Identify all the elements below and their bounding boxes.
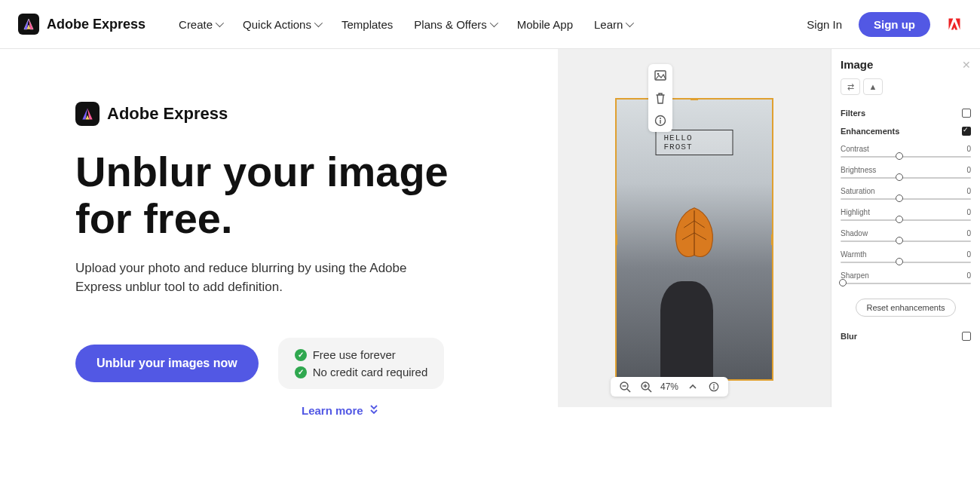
nav-label: Mobile App [517,18,573,31]
slider-value: 0 [966,145,971,153]
chevron-up-icon[interactable] [686,380,700,394]
leaf-icon [668,204,721,264]
learn-more-link[interactable]: Learn more [302,404,498,417]
photo-arm-shape [660,281,713,379]
slider-label: Sharpen [841,271,869,280]
hero-title: Unblur your image for free. [75,149,498,241]
benefit-text: Free use forever [313,348,396,361]
hero-subtitle: Upload your photo and reduce blurring by… [75,259,452,296]
nav-label: Plans & Offers [414,18,486,31]
slider-track[interactable] [841,283,971,284]
chevron-down-icon [216,19,224,27]
section-enhancements[interactable]: Enhancements [841,127,971,136]
panel-mini-tools: ⇄ ▲ [841,78,971,95]
svg-rect-15 [713,386,714,389]
nav-label: Quick Actions [243,18,311,31]
hero-title-line1: Unblur your image [75,148,449,195]
top-nav: Adobe Express Create Quick Actions Templ… [0,0,980,49]
slider-track[interactable] [841,240,971,242]
slider-value: 0 [966,229,971,237]
nav-mobile-app[interactable]: Mobile App [517,18,573,31]
zoom-out-icon[interactable] [618,380,632,394]
reset-enhancements-button[interactable]: Reset enhancements [856,299,957,317]
slider-thumb[interactable] [896,237,903,244]
zoom-toolbar: 47% [611,377,728,397]
slider-thumb[interactable] [896,216,903,223]
editor-preview: HELLO FROST [558,49,980,407]
slider-track[interactable] [841,156,971,158]
hero-brand-name: Adobe Express [107,104,228,124]
section-filters[interactable]: Filters [841,109,971,118]
check-icon: ✓ [295,366,307,378]
hero-brand: Adobe Express [75,102,498,126]
sign-up-button[interactable]: Sign up [859,12,930,37]
slider-label: Brightness [841,166,876,174]
slider-value: 0 [966,208,971,216]
close-icon[interactable]: ✕ [962,59,971,71]
brand-name: Adobe Express [47,17,145,32]
brand-logo[interactable]: Adobe Express [18,14,145,35]
section-label: Enhancements [841,127,899,136]
nav-plans[interactable]: Plans & Offers [414,18,495,31]
nav-learn[interactable]: Learn [594,18,632,31]
section-blur[interactable]: Blur [841,332,971,341]
slider-thumb[interactable] [839,279,847,286]
slider-thumb[interactable] [896,195,903,202]
slider-highlight: Highlight0 [841,208,971,221]
slider-shadow: Shadow0 [841,229,971,242]
slider-thumb[interactable] [896,152,903,160]
info-icon[interactable] [654,114,667,127]
slider-label: Shadow [841,229,868,237]
svg-point-2 [657,73,660,75]
slider-thumb[interactable] [896,173,903,181]
nav-label: Learn [594,18,623,31]
slider-value: 0 [966,250,971,259]
selection-handle-left[interactable] [615,234,617,245]
slider-track[interactable] [841,219,971,221]
canvas-area[interactable]: HELLO FROST [558,49,831,407]
delete-icon[interactable] [654,91,667,105]
info-icon[interactable] [707,380,721,394]
nav-label: Templates [341,18,393,31]
slider-track[interactable] [841,262,971,263]
slider-brightness: Brightness0 [841,166,971,179]
selection-handle-right[interactable] [771,234,773,245]
svg-point-14 [713,384,715,386]
selected-photo[interactable]: HELLO FROST [615,98,773,381]
logo-icon [75,102,100,126]
rotate-icon[interactable]: ▲ [863,78,883,95]
slider-track[interactable] [841,177,971,179]
sliders-container: Contrast0Brightness0Saturation0Highlight… [841,145,971,293]
slider-thumb[interactable] [896,258,903,265]
image-layer-icon[interactable] [654,69,667,82]
nav-templates[interactable]: Templates [341,18,393,31]
slider-sharpen: Sharpen0 [841,271,971,284]
selection-handle-top[interactable] [691,98,698,100]
unblur-cta-button[interactable]: Unblur your images now [75,345,259,382]
svg-point-4 [660,118,661,119]
panel-header: Image ✕ [841,58,971,71]
hero-section: Adobe Express Unblur your image for free… [0,49,980,417]
nav-items: Create Quick Actions Templates Plans & O… [179,18,632,31]
double-chevron-down-icon [369,404,378,417]
slider-warmth: Warmth0 [841,250,971,263]
slider-label: Contrast [841,145,869,153]
nav-label: Create [179,18,213,31]
photo-caption: HELLO FROST [656,130,733,155]
svg-line-10 [648,389,651,392]
svg-line-7 [627,389,630,392]
adobe-icon[interactable] [947,17,962,32]
nav-quick-actions[interactable]: Quick Actions [243,18,320,31]
expand-icon [962,332,971,341]
slider-saturation: Saturation0 [841,187,971,200]
zoom-in-icon[interactable] [639,380,653,394]
hero-title-line2: for free. [75,195,233,242]
benefit-item: ✓ No credit card required [295,366,428,378]
slider-track[interactable] [841,198,971,200]
nav-create[interactable]: Create [179,18,222,31]
flip-icon[interactable]: ⇄ [841,78,860,95]
sign-in-link[interactable]: Sign In [807,18,842,31]
slider-label: Warmth [841,250,867,259]
benefit-item: ✓ Free use forever [295,348,428,361]
slider-contrast: Contrast0 [841,145,971,158]
